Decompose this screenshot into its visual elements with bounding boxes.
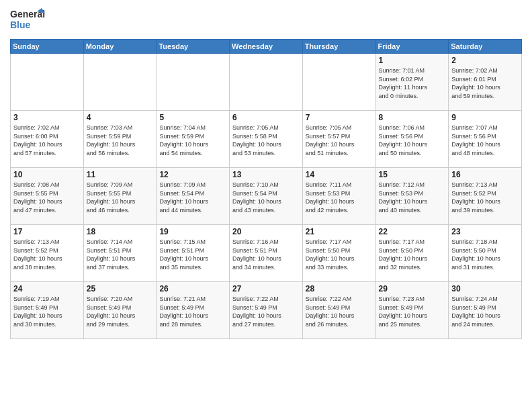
svg-text:Blue: Blue [10, 19, 31, 30]
day-number: 6 [232, 113, 300, 122]
weekday-header-friday: Friday [375, 40, 449, 54]
calendar-cell: 23Sunrise: 7:18 AM Sunset: 5:50 PM Dayli… [449, 225, 522, 282]
weekday-header-saturday: Saturday [449, 40, 522, 54]
day-info: Sunrise: 7:03 AM Sunset: 5:59 PM Dayligh… [87, 124, 154, 157]
day-info: Sunrise: 7:24 AM Sunset: 5:49 PM Dayligh… [451, 295, 519, 328]
header: GeneralBlue [10, 7, 522, 34]
calendar-cell: 2Sunrise: 7:02 AM Sunset: 6:01 PM Daylig… [449, 54, 522, 111]
logo-svg: GeneralBlue [10, 7, 47, 34]
day-number: 26 [159, 284, 226, 293]
day-number: 16 [451, 170, 519, 179]
day-info: Sunrise: 7:09 AM Sunset: 5:55 PM Dayligh… [87, 181, 154, 214]
day-number: 27 [232, 284, 300, 293]
day-number: 29 [379, 284, 446, 293]
day-number: 28 [306, 284, 373, 293]
day-number: 19 [159, 227, 226, 236]
day-number: 9 [451, 113, 519, 122]
calendar-week-4: 24Sunrise: 7:19 AM Sunset: 5:49 PM Dayli… [11, 282, 522, 339]
calendar-week-2: 10Sunrise: 7:08 AM Sunset: 5:55 PM Dayli… [11, 168, 522, 225]
day-number: 2 [451, 56, 519, 65]
day-number: 11 [87, 170, 154, 179]
calendar-cell: 3Sunrise: 7:02 AM Sunset: 6:00 PM Daylig… [11, 111, 84, 168]
day-number: 13 [232, 170, 300, 179]
calendar-cell: 17Sunrise: 7:13 AM Sunset: 5:52 PM Dayli… [11, 225, 84, 282]
day-info: Sunrise: 7:15 AM Sunset: 5:51 PM Dayligh… [159, 238, 226, 271]
calendar-cell: 19Sunrise: 7:15 AM Sunset: 5:51 PM Dayli… [157, 225, 230, 282]
day-info: Sunrise: 7:13 AM Sunset: 5:52 PM Dayligh… [13, 238, 81, 271]
calendar-cell: 16Sunrise: 7:13 AM Sunset: 5:52 PM Dayli… [449, 168, 522, 225]
calendar-cell: 28Sunrise: 7:22 AM Sunset: 5:49 PM Dayli… [302, 282, 375, 339]
calendar-cell: 4Sunrise: 7:03 AM Sunset: 5:59 PM Daylig… [83, 111, 157, 168]
logo: GeneralBlue [10, 7, 47, 34]
weekday-row: SundayMondayTuesdayWednesdayThursdayFrid… [11, 40, 522, 54]
calendar-cell: 29Sunrise: 7:23 AM Sunset: 5:49 PM Dayli… [375, 282, 449, 339]
day-number: 12 [159, 170, 226, 179]
calendar-cell: 21Sunrise: 7:17 AM Sunset: 5:50 PM Dayli… [302, 225, 375, 282]
calendar-cell: 6Sunrise: 7:05 AM Sunset: 5:58 PM Daylig… [230, 111, 303, 168]
calendar-cell [302, 54, 375, 111]
calendar-cell: 8Sunrise: 7:06 AM Sunset: 5:56 PM Daylig… [375, 111, 449, 168]
day-number: 17 [13, 227, 81, 236]
day-number: 23 [451, 227, 519, 236]
day-info: Sunrise: 7:11 AM Sunset: 5:53 PM Dayligh… [306, 181, 373, 214]
weekday-header-sunday: Sunday [11, 40, 84, 54]
day-info: Sunrise: 7:21 AM Sunset: 5:49 PM Dayligh… [159, 295, 226, 328]
day-info: Sunrise: 7:13 AM Sunset: 5:52 PM Dayligh… [451, 181, 519, 214]
day-number: 7 [306, 113, 373, 122]
calendar-cell: 30Sunrise: 7:24 AM Sunset: 5:49 PM Dayli… [449, 282, 522, 339]
day-number: 24 [13, 284, 81, 293]
day-info: Sunrise: 7:16 AM Sunset: 5:51 PM Dayligh… [232, 238, 300, 271]
calendar-cell: 15Sunrise: 7:12 AM Sunset: 5:53 PM Dayli… [375, 168, 449, 225]
calendar-cell [157, 54, 230, 111]
day-number: 8 [379, 113, 446, 122]
calendar-cell: 10Sunrise: 7:08 AM Sunset: 5:55 PM Dayli… [11, 168, 84, 225]
day-number: 4 [87, 113, 154, 122]
calendar-week-3: 17Sunrise: 7:13 AM Sunset: 5:52 PM Dayli… [11, 225, 522, 282]
day-info: Sunrise: 7:22 AM Sunset: 5:49 PM Dayligh… [306, 295, 373, 328]
calendar-cell: 26Sunrise: 7:21 AM Sunset: 5:49 PM Dayli… [157, 282, 230, 339]
calendar-table: SundayMondayTuesdayWednesdayThursdayFrid… [10, 39, 522, 339]
calendar-week-1: 3Sunrise: 7:02 AM Sunset: 6:00 PM Daylig… [11, 111, 522, 168]
day-info: Sunrise: 7:17 AM Sunset: 5:50 PM Dayligh… [306, 238, 373, 271]
day-info: Sunrise: 7:04 AM Sunset: 5:59 PM Dayligh… [159, 124, 226, 157]
calendar-cell: 24Sunrise: 7:19 AM Sunset: 5:49 PM Dayli… [11, 282, 84, 339]
day-info: Sunrise: 7:23 AM Sunset: 5:49 PM Dayligh… [379, 295, 446, 328]
weekday-header-thursday: Thursday [302, 40, 375, 54]
calendar-cell: 22Sunrise: 7:17 AM Sunset: 5:50 PM Dayli… [375, 225, 449, 282]
calendar-cell: 18Sunrise: 7:14 AM Sunset: 5:51 PM Dayli… [83, 225, 157, 282]
day-info: Sunrise: 7:02 AM Sunset: 6:01 PM Dayligh… [451, 66, 519, 100]
calendar-cell: 14Sunrise: 7:11 AM Sunset: 5:53 PM Dayli… [302, 168, 375, 225]
calendar-cell: 5Sunrise: 7:04 AM Sunset: 5:59 PM Daylig… [157, 111, 230, 168]
day-info: Sunrise: 7:07 AM Sunset: 5:56 PM Dayligh… [451, 124, 519, 157]
day-info: Sunrise: 7:08 AM Sunset: 5:55 PM Dayligh… [13, 181, 81, 214]
day-info: Sunrise: 7:19 AM Sunset: 5:49 PM Dayligh… [13, 295, 81, 328]
day-info: Sunrise: 7:18 AM Sunset: 5:50 PM Dayligh… [451, 238, 519, 271]
day-number: 14 [306, 170, 373, 179]
day-info: Sunrise: 7:06 AM Sunset: 5:56 PM Dayligh… [379, 124, 446, 157]
calendar-cell: 12Sunrise: 7:09 AM Sunset: 5:54 PM Dayli… [157, 168, 230, 225]
calendar-cell: 25Sunrise: 7:20 AM Sunset: 5:49 PM Dayli… [83, 282, 157, 339]
calendar-cell: 9Sunrise: 7:07 AM Sunset: 5:56 PM Daylig… [449, 111, 522, 168]
calendar-cell: 27Sunrise: 7:22 AM Sunset: 5:49 PM Dayli… [230, 282, 303, 339]
day-number: 3 [13, 113, 81, 122]
day-info: Sunrise: 7:20 AM Sunset: 5:49 PM Dayligh… [87, 295, 154, 328]
day-info: Sunrise: 7:02 AM Sunset: 6:00 PM Dayligh… [13, 124, 81, 157]
calendar-header: SundayMondayTuesdayWednesdayThursdayFrid… [11, 40, 522, 54]
weekday-header-wednesday: Wednesday [230, 40, 303, 54]
day-number: 25 [87, 284, 154, 293]
day-number: 15 [379, 170, 446, 179]
day-info: Sunrise: 7:09 AM Sunset: 5:54 PM Dayligh… [159, 181, 226, 214]
day-info: Sunrise: 7:22 AM Sunset: 5:49 PM Dayligh… [232, 295, 300, 328]
calendar-cell [11, 54, 84, 111]
day-number: 5 [159, 113, 226, 122]
day-info: Sunrise: 7:14 AM Sunset: 5:51 PM Dayligh… [87, 238, 154, 271]
calendar-cell: 11Sunrise: 7:09 AM Sunset: 5:55 PM Dayli… [83, 168, 157, 225]
weekday-header-monday: Monday [83, 40, 157, 54]
calendar-cell: 13Sunrise: 7:10 AM Sunset: 5:54 PM Dayli… [230, 168, 303, 225]
day-info: Sunrise: 7:05 AM Sunset: 5:58 PM Dayligh… [232, 124, 300, 157]
day-number: 18 [87, 227, 154, 236]
day-info: Sunrise: 7:17 AM Sunset: 5:50 PM Dayligh… [379, 238, 446, 271]
page: GeneralBlue SundayMondayTuesdayWednesday… [0, 0, 532, 411]
calendar-week-0: 1Sunrise: 7:01 AM Sunset: 6:02 PM Daylig… [11, 54, 522, 111]
day-number: 22 [379, 227, 446, 236]
